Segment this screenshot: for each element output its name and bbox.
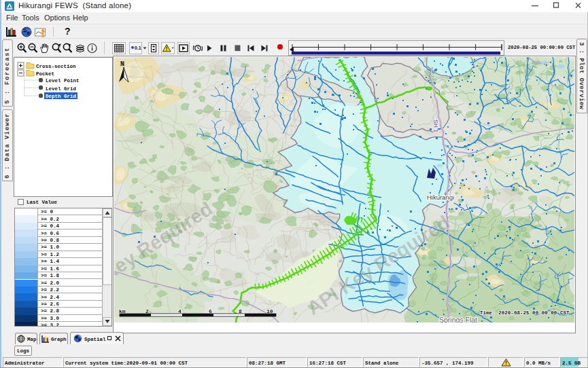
svg-text:Time: 2020-08-25 00:00:00 CST: Time: 2020-08-25 00:00:00 CST — [480, 310, 570, 316]
svg-text:SH 1: SH 1 — [432, 119, 439, 132]
svg-text:Depth Grid: Depth Grid — [46, 94, 76, 99]
svg-text:Level Point: Level Point — [46, 78, 80, 84]
svg-text:Cross-section: Cross-section — [36, 64, 76, 69]
svg-text:Hikurangi: Hikurangi — [427, 194, 454, 201]
svg-text:Level Grid: Level Grid — [46, 86, 76, 92]
svg-text:Springs Flat: Springs Flat — [439, 316, 477, 323]
svg-text:Pocket: Pocket — [36, 71, 54, 77]
svg-text:N: N — [120, 60, 124, 68]
